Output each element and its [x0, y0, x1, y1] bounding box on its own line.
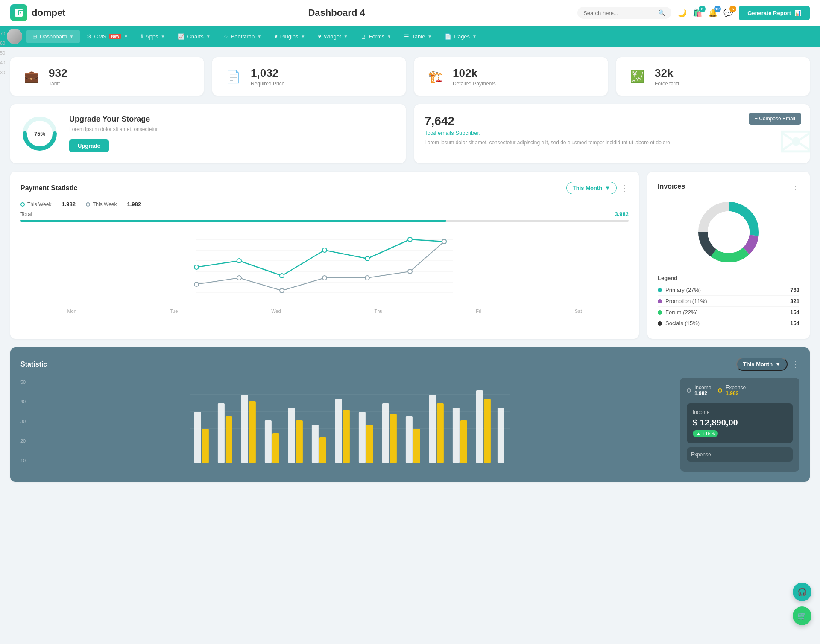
income-box-value: $ 12,890,00: [693, 418, 787, 428]
svg-point-19: [322, 276, 327, 280]
nav-item-table[interactable]: ☰ Table ▼: [398, 30, 438, 43]
legend-val-1: 1.982: [62, 201, 76, 207]
statistic-period-label: This Month: [743, 361, 773, 367]
income-legend-income: Income 1.982: [687, 385, 711, 396]
upgrade-button[interactable]: Upgrade: [69, 139, 109, 152]
chat-badge: 5: [729, 6, 736, 12]
svg-rect-52: [406, 416, 413, 463]
shop-icon[interactable]: 🛍️ 2: [693, 8, 702, 17]
statistic-layout: 50 40 30 20 10: [20, 378, 800, 472]
cms-badge: New: [109, 34, 121, 39]
chevron-down-icon-8: ▼: [387, 34, 391, 39]
chevron-down-icon-5: ▼: [257, 34, 261, 39]
theme-toggle[interactable]: 🌙: [677, 8, 687, 17]
nav-item-plugins[interactable]: ♥ Plugins ▼: [268, 30, 311, 43]
nav-label-charts: Charts: [187, 33, 203, 40]
nav-item-bootstrap[interactable]: ☆ Bootstrap ▼: [217, 30, 268, 43]
x-label-tue: Tue: [170, 309, 178, 314]
bell-icon[interactable]: 🔔 12: [708, 8, 718, 17]
promotion-dot: [658, 299, 662, 303]
invoices-more-icon[interactable]: ⋮: [792, 182, 800, 191]
svg-rect-41: [272, 433, 279, 463]
nav-item-forms[interactable]: 🖨 Forms ▼: [355, 30, 398, 43]
y-label-50: 50: [0, 50, 13, 55]
socials-label: Socials (15%): [665, 320, 700, 326]
statistic-chevron-icon: ▼: [775, 361, 781, 367]
nav-item-cms[interactable]: ⚙ CMS New ▼: [81, 30, 134, 43]
price-value: 1,032: [251, 67, 284, 80]
force-icon: 💹: [627, 66, 648, 87]
svg-point-18: [280, 288, 284, 293]
storage-donut: 75%: [20, 114, 59, 153]
price-label: Required Price: [251, 81, 284, 87]
total-bar: [20, 220, 629, 222]
legend-title: Legend: [658, 275, 800, 281]
generate-report-label: Generate Report: [747, 10, 791, 16]
nav-item-dashboard[interactable]: ⊞ Dashboard ▼: [26, 30, 80, 43]
nav-items: ⊞ Dashboard ▼ ⚙ CMS New ▼ ℹ Apps ▼ 📈 Cha…: [26, 30, 483, 43]
svg-rect-36: [218, 403, 225, 463]
svg-rect-54: [429, 395, 436, 463]
socials-count: 154: [790, 320, 800, 326]
x-axis-labels: Mon Tue Wed Thu Fri Sat: [20, 309, 629, 314]
income-box-label: Income: [693, 409, 787, 415]
income-dot: [687, 388, 691, 393]
bar-chart-with-labels: 50 40 30 20 10: [20, 378, 671, 472]
search-input[interactable]: [583, 10, 655, 16]
income-legend-label: Income: [694, 385, 711, 390]
nav-item-charts[interactable]: 📈 Charts ▼: [172, 30, 216, 43]
expense-box: Expense: [687, 447, 793, 462]
primary-label: Primary (27%): [665, 287, 701, 293]
svg-point-21: [408, 269, 412, 274]
legend-item-socials: Socials (15%) 154: [658, 318, 800, 329]
svg-rect-34: [194, 412, 201, 463]
legend-label-1: This Week: [27, 201, 51, 207]
bell-badge: 12: [714, 6, 721, 12]
header: dompet Dashboard 4 🔍 🌙 🛍️ 2 🔔 12 💬 5 Gen…: [0, 0, 820, 26]
svg-rect-35: [202, 429, 209, 463]
svg-point-10: [237, 259, 241, 263]
search-icon: 🔍: [658, 9, 665, 16]
plugins-icon: ♥: [274, 33, 278, 40]
force-value: 32k: [655, 67, 679, 80]
svg-rect-53: [413, 429, 420, 463]
nav-item-apps[interactable]: ℹ Apps ▼: [135, 30, 171, 43]
statistic-more-icon[interactable]: ⋮: [792, 360, 800, 369]
storage-info: Upgrade Your Storage Lorem ipsum dolor s…: [69, 115, 159, 152]
x-label-sat: Sat: [575, 309, 582, 314]
price-icon: 📄: [223, 66, 244, 87]
chat-icon[interactable]: 💬 5: [723, 8, 733, 17]
tariff-label: Tariff: [49, 81, 67, 87]
bar-y-40: 40: [20, 399, 26, 404]
generate-report-button[interactable]: Generate Report 📊: [739, 6, 810, 20]
chevron-down-icon-7: ▼: [344, 34, 348, 39]
y-label-30: 30: [0, 70, 13, 75]
legend-item-promotion: Promotion (11%) 321: [658, 296, 800, 307]
search-box[interactable]: 🔍: [577, 7, 671, 19]
pages-icon: 📄: [445, 33, 451, 40]
more-options-icon[interactable]: ⋮: [621, 184, 629, 193]
email-count: 7,642: [425, 114, 800, 128]
shop-badge: 2: [699, 6, 706, 12]
nav-item-widget[interactable]: ♥ Widget ▼: [312, 30, 354, 43]
invoices-title: Invoices: [658, 183, 685, 190]
y-label-40: 40: [0, 60, 13, 65]
nav-label-widget: Widget: [324, 33, 341, 40]
nav-item-pages[interactable]: 📄 Pages ▼: [439, 30, 483, 43]
email-desc: Lorem ipsum dolor sit amet, consectetur …: [425, 140, 724, 146]
bar-chart-container: 50 40 30 20 10: [20, 378, 671, 472]
chart-icon: 📊: [794, 10, 801, 16]
bar-y-50: 50: [20, 379, 26, 385]
nav-label-forms: Forms: [369, 33, 385, 40]
badge-arrow: ▲: [696, 431, 701, 436]
nav-label-plugins: Plugins: [280, 33, 299, 40]
email-bg-icon: ✉: [778, 117, 810, 163]
nav-label-table: Table: [412, 33, 425, 40]
invoices-header: Invoices ⋮: [658, 182, 800, 191]
period-selector[interactable]: This Month ▼: [566, 182, 617, 194]
svg-rect-40: [265, 420, 272, 463]
badge-value: +15%: [703, 431, 715, 436]
statistic-period-selector[interactable]: This Month ▼: [736, 358, 788, 371]
legend-value-1: 1.982: [62, 201, 76, 207]
invoices-donut: [658, 198, 800, 266]
